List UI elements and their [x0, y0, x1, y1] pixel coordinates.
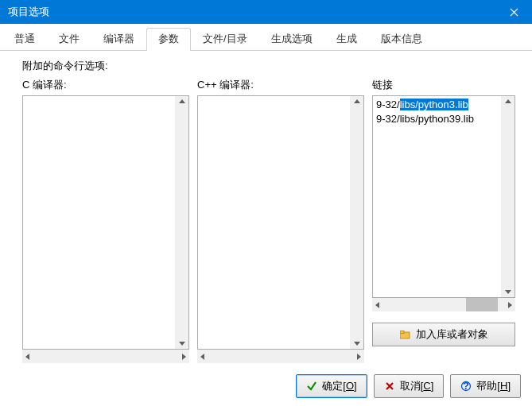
svg-rect-1 — [400, 331, 404, 334]
close-icon — [510, 8, 518, 17]
titlebar: 项目选项 — [0, 0, 532, 24]
tab-compiler[interactable]: 编译器 — [91, 28, 146, 51]
tab-build[interactable]: 生成 — [324, 28, 369, 51]
help-label: 帮助[ — [476, 380, 500, 392]
line-selected: libs/python3.lib — [400, 99, 468, 110]
content: 附加的命令行选项: C 编译器: C++ 编译器: — [0, 51, 532, 363]
cancel-accel: C — [423, 380, 430, 392]
section-label: 附加的命令行选项: — [22, 59, 519, 73]
cancel-button[interactable]: 取消[C] — [374, 374, 445, 398]
help-accel: H — [500, 380, 507, 392]
list-item[interactable]: 9-32/libs/python3.lib — [376, 98, 498, 112]
hscrollbar[interactable] — [372, 298, 515, 311]
arrow-right-icon — [182, 354, 186, 360]
cancel-label: 取消[ — [400, 380, 424, 392]
arrow-right-icon — [357, 354, 361, 360]
ok-button[interactable]: 确定[O] — [296, 374, 367, 398]
hscrollbar[interactable] — [197, 350, 364, 363]
help-icon: ? — [460, 381, 472, 392]
vscrollbar[interactable] — [350, 96, 363, 349]
help-button[interactable]: ? 帮助[H] — [450, 374, 521, 398]
tab-buildopts[interactable]: 生成选项 — [259, 28, 324, 51]
window-buttons — [496, 0, 532, 24]
col-c-compiler: C 编译器: — [22, 78, 189, 363]
col-linker: 链接 9-32/libs/python3.lib 9-32/libs/pytho… — [372, 78, 515, 363]
tab-version[interactable]: 版本信息 — [369, 28, 434, 51]
check-icon — [306, 381, 317, 392]
arrow-up-icon — [354, 99, 360, 103]
linker-textarea[interactable]: 9-32/libs/python3.lib 9-32/libs/python39… — [372, 95, 515, 298]
add-lib-button[interactable]: 加入库或者对象 — [372, 323, 515, 346]
list-item[interactable]: 9-32/libs/python39.lib — [376, 112, 498, 126]
add-lib-label: 加入库或者对象 — [416, 327, 488, 342]
arrow-down-icon — [179, 342, 185, 346]
arrow-left-icon — [200, 354, 204, 360]
scroll-thumb[interactable] — [466, 298, 498, 311]
arrow-down-icon — [505, 290, 511, 294]
vscrollbar[interactable] — [501, 96, 515, 297]
arrow-left-icon — [25, 354, 29, 360]
col-cpp-compiler: C++ 编译器: — [197, 78, 364, 363]
tab-files[interactable]: 文件 — [47, 28, 91, 51]
tab-general[interactable]: 普通 — [2, 28, 47, 51]
c-compiler-textarea[interactable] — [22, 95, 189, 350]
arrow-down-icon — [354, 342, 360, 346]
tabbar: 普通 文件 编译器 参数 文件/目录 生成选项 生成 版本信息 — [0, 24, 532, 51]
c-compiler-label: C 编译器: — [22, 78, 189, 92]
cpp-compiler-textarea[interactable] — [197, 95, 364, 350]
arrow-left-icon — [375, 302, 379, 308]
close-button[interactable] — [496, 0, 532, 24]
footer-buttons: 确定[O] 取消[C] ? 帮助[H] — [296, 374, 521, 398]
add-lib-icon — [400, 330, 411, 339]
line-prefix: 9-32/ — [376, 99, 400, 110]
arrow-up-icon — [179, 99, 185, 103]
cross-icon — [384, 381, 395, 392]
window-title: 项目选项 — [8, 5, 49, 19]
svg-text:?: ? — [463, 381, 469, 392]
tab-dirs[interactable]: 文件/目录 — [191, 28, 259, 51]
cpp-compiler-label: C++ 编译器: — [197, 78, 364, 92]
hscrollbar[interactable] — [22, 350, 189, 363]
ok-label: 确定[ — [322, 380, 346, 392]
arrow-up-icon — [505, 99, 511, 103]
arrow-right-icon — [508, 302, 512, 308]
vscrollbar[interactable] — [175, 96, 188, 349]
ok-accel: O — [346, 380, 354, 392]
columns: C 编译器: C++ 编译器: — [22, 78, 519, 363]
tab-parameters[interactable]: 参数 — [146, 28, 191, 51]
linker-label: 链接 — [372, 78, 515, 92]
